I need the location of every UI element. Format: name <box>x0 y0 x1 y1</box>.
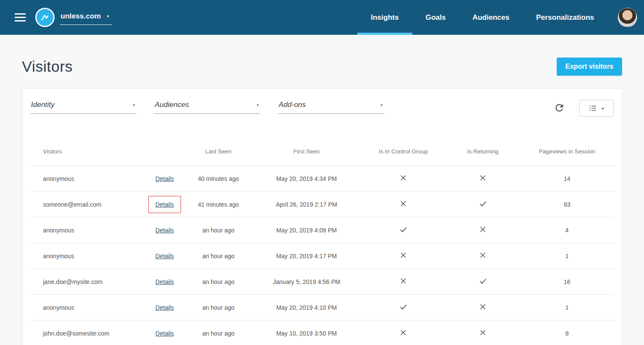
avatar[interactable] <box>618 8 637 27</box>
hamburger-menu-icon[interactable] <box>15 13 26 21</box>
unless-logo-icon[interactable] <box>35 8 55 27</box>
details-link[interactable]: Details <box>156 175 174 182</box>
list-view-icon <box>589 104 597 113</box>
nav-item-goals[interactable]: Goals <box>412 0 459 35</box>
check-icon <box>399 303 408 311</box>
navbar-right: Insights Goals Audiences Personalization… <box>357 0 644 35</box>
first-seen: May 10, 2019 3:50 PM <box>253 330 360 337</box>
header-last-seen: Last Seen <box>184 148 253 155</box>
x-icon <box>400 174 407 181</box>
visitor-table-body: anonymous Details 40 minutes ago May 20,… <box>29 166 615 345</box>
visitor-identity: anonymous <box>29 227 145 234</box>
first-seen: May 20, 2019 4:09 PM <box>253 227 360 234</box>
audiences-filter-dropdown[interactable]: Audiences ▾ <box>154 100 261 114</box>
details-cell: Details <box>145 170 184 187</box>
header-first-seen: First Seen <box>253 148 360 155</box>
details-link[interactable]: Details <box>156 278 174 285</box>
header-pageviews: Pageviews in Session <box>519 148 615 155</box>
view-options-dropdown[interactable]: ▾ <box>579 100 613 117</box>
chevron-down-icon: ▾ <box>257 103 259 107</box>
check-icon <box>399 226 408 234</box>
page-title: Visitors <box>22 58 73 75</box>
details-link[interactable]: Details <box>156 330 174 337</box>
header-control: Is In Control Group <box>360 148 446 155</box>
first-seen: April 26, 2019 2:17 PM <box>253 201 360 208</box>
visitors-table: Visitors Last Seen First Seen Is In Cont… <box>22 137 622 345</box>
details-wrap: Details <box>148 273 181 290</box>
site-selector-dropdown[interactable]: unless.com ▾ <box>60 10 112 25</box>
control-group-cell <box>360 226 446 235</box>
details-wrap: Details <box>148 196 181 213</box>
returning-cell <box>446 174 519 183</box>
x-icon <box>479 226 486 233</box>
nav-item-label: Insights <box>371 13 399 22</box>
control-group-cell <box>360 200 446 208</box>
nav-item-audiences[interactable]: Audiences <box>459 0 523 35</box>
returning-cell <box>446 329 519 337</box>
x-icon <box>479 329 486 336</box>
first-seen: May 20, 2019 4:17 PM <box>253 253 360 260</box>
details-cell: Details <box>145 299 184 316</box>
main-content: Visitors Export visitors Identity ▾ Audi… <box>0 58 644 345</box>
nav-item-insights[interactable]: Insights <box>357 0 412 35</box>
details-cell: Details <box>145 273 184 290</box>
export-visitors-button[interactable]: Export visitors <box>557 58 622 76</box>
x-icon <box>479 252 486 259</box>
details-link[interactable]: Details <box>156 304 174 311</box>
first-seen: January 5, 2019 4:56 PM <box>253 278 360 285</box>
identity-filter-dropdown[interactable]: Identity ▾ <box>30 100 137 114</box>
nav-item-label: Audiences <box>472 13 509 22</box>
returning-cell <box>446 277 519 287</box>
last-seen: an hour ago <box>184 330 253 337</box>
control-group-cell <box>360 278 446 286</box>
pageviews-count: 8 <box>519 330 615 337</box>
chevron-down-icon: ▾ <box>380 103 383 107</box>
table-row: someone@email.com Details 41 minutes ago… <box>29 192 615 217</box>
x-icon <box>400 200 407 207</box>
first-seen: May 20, 2019 4:10 PM <box>253 304 360 311</box>
chevron-down-icon: ▾ <box>133 103 135 107</box>
check-icon <box>479 277 487 285</box>
last-seen: an hour ago <box>184 278 253 285</box>
filter-bar: Identity ▾ Audiences ▾ Add-ons ▾ <box>22 89 622 121</box>
details-link[interactable]: Details <box>156 227 174 234</box>
details-wrap: Details <box>148 299 181 316</box>
visitor-identity: jane.doe@mysite.com <box>29 278 145 285</box>
site-name: unless.com <box>61 12 101 21</box>
x-icon <box>400 329 407 336</box>
table-header-row: Visitors Last Seen First Seen Is In Cont… <box>29 137 615 166</box>
details-cell: Details <box>145 196 184 213</box>
nav-item-personalizations[interactable]: Personalizations <box>523 0 607 35</box>
details-link[interactable]: Details <box>156 253 174 260</box>
refresh-button[interactable] <box>554 102 565 115</box>
chevron-down-icon: ▾ <box>107 14 109 18</box>
last-seen: 40 minutes ago <box>184 175 253 182</box>
visitor-identity: john.doe@somesite.com <box>29 330 145 337</box>
x-icon <box>479 174 486 181</box>
first-seen: May 20, 2019 4:34 PM <box>253 175 360 182</box>
table-row: anonymous Details an hour ago May 20, 20… <box>29 217 615 243</box>
visitor-identity: anonymous <box>29 253 145 260</box>
pageviews-count: 16 <box>519 278 615 285</box>
visitor-identity: anonymous <box>29 304 145 311</box>
addons-filter-dropdown[interactable]: Add-ons ▾ <box>278 100 384 114</box>
details-cell: Details <box>145 247 184 265</box>
top-navbar: unless.com ▾ Insights Goals Audiences Pe… <box>0 0 644 35</box>
last-seen: an hour ago <box>184 253 253 260</box>
details-cell: Details <box>145 325 184 342</box>
table-row: jane.doe@mysite.com Details an hour ago … <box>29 269 615 295</box>
filter-label: Add-ons <box>279 101 306 109</box>
header-visitors: Visitors <box>29 148 145 155</box>
x-icon <box>400 252 407 259</box>
details-wrap: Details <box>148 170 181 187</box>
details-link[interactable]: Details <box>156 201 174 208</box>
pageviews-count: 1 <box>519 253 615 260</box>
control-group-cell <box>360 174 446 183</box>
last-seen: an hour ago <box>184 227 253 234</box>
nav-item-label: Personalizations <box>536 13 594 22</box>
details-wrap: Details <box>148 222 181 239</box>
visitor-identity: someone@email.com <box>29 201 145 208</box>
visitor-identity: anonymous <box>29 175 145 182</box>
filter-label: Audiences <box>155 101 189 109</box>
nav-item-label: Goals <box>426 13 446 22</box>
